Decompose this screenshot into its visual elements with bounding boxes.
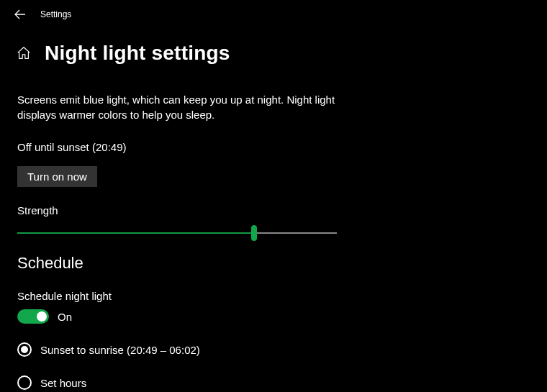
strength-slider[interactable] xyxy=(17,225,337,241)
app-title: Settings xyxy=(40,9,71,19)
schedule-toggle-state: On xyxy=(58,311,72,323)
turn-on-now-button[interactable]: Turn on now xyxy=(17,166,97,187)
radio-selected-dot xyxy=(21,346,28,353)
schedule-toggle-row: On xyxy=(17,309,360,324)
page-title: Night light settings xyxy=(45,42,230,65)
radio-sunset-label: Sunset to sunrise (20:49 – 06:02) xyxy=(40,344,200,356)
schedule-night-light-label: Schedule night light xyxy=(17,290,360,302)
radio-icon xyxy=(17,375,32,390)
toggle-knob xyxy=(37,311,47,322)
content-area: Screens emit blue light, which can keep … xyxy=(0,65,389,390)
slider-track-active xyxy=(17,232,254,234)
page-header: Night light settings xyxy=(0,42,547,65)
strength-label: Strength xyxy=(17,204,360,216)
back-arrow-icon xyxy=(14,9,26,20)
night-light-status: Off until sunset (20:49) xyxy=(17,141,360,153)
radio-sunset-to-sunrise[interactable]: Sunset to sunrise (20:49 – 06:02) xyxy=(17,342,360,357)
radio-set-hours[interactable]: Set hours xyxy=(17,375,360,390)
top-bar: Settings xyxy=(0,0,547,29)
back-button[interactable] xyxy=(13,7,27,22)
home-icon[interactable] xyxy=(16,45,32,61)
schedule-section-title: Schedule xyxy=(17,254,360,273)
radio-icon xyxy=(17,342,32,357)
slider-track-inactive xyxy=(254,232,337,234)
radio-set-hours-label: Set hours xyxy=(40,377,86,389)
description-text: Screens emit blue light, which can keep … xyxy=(17,92,360,122)
schedule-toggle[interactable] xyxy=(17,309,49,324)
slider-thumb[interactable] xyxy=(251,225,257,241)
